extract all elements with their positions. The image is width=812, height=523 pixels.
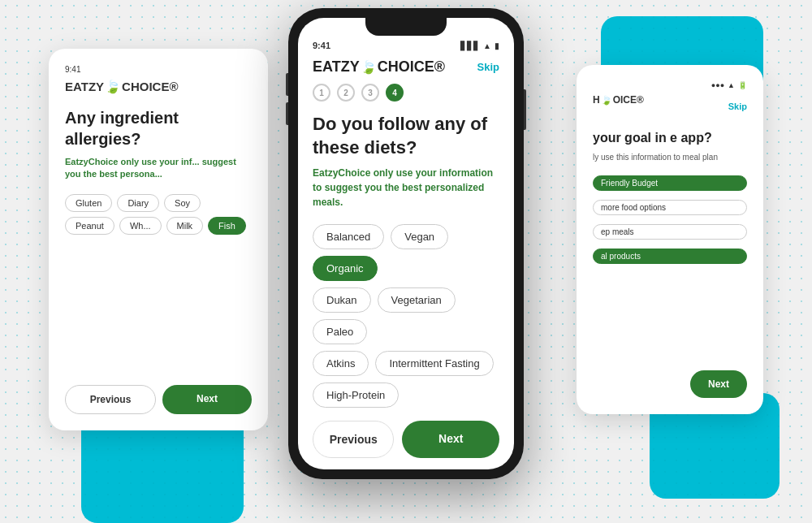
chip-soy[interactable]: Soy — [164, 194, 201, 212]
screen-content: 9:41 ▋▋▋ ▲ ▮ EATZY🍃CHOICE® Skip — [298, 18, 514, 469]
vol-down-button — [286, 102, 288, 125]
options-row-4: High-Protein — [313, 383, 499, 408]
chip-wh[interactable]: Wh... — [119, 217, 162, 235]
chip-gluten[interactable]: Gluten — [65, 194, 112, 212]
phone-shell: 9:41 ▋▋▋ ▲ ▮ EATZY🍃CHOICE® Skip — [288, 8, 524, 479]
options-row-3: Atkins Intermittent Fasting — [313, 351, 499, 376]
status-icons: ▋▋▋ ▲ ▮ — [460, 41, 499, 50]
option-dukan[interactable]: Dukan — [313, 287, 371, 313]
right-btn-row: Next — [690, 370, 747, 398]
power-button — [524, 89, 526, 130]
right-question: your goal in e app? — [593, 130, 747, 147]
option-organic[interactable]: Organic — [313, 256, 378, 281]
step-3[interactable]: 3 — [361, 84, 379, 102]
wifi-icon: ▲ — [483, 41, 491, 50]
left-subtitle: EatzyChoice only use your inf... suggest… — [65, 156, 252, 181]
right-chip-al[interactable]: al products — [593, 249, 747, 264]
app-logo: EATZY🍃CHOICE® — [313, 58, 445, 76]
right-chip-friendly[interactable]: Friendly Budget — [593, 175, 747, 191]
right-chip-ep[interactable]: ep meals — [593, 224, 747, 240]
leaf-icon-left: 🍃 — [105, 79, 121, 94]
option-vegan[interactable]: Vegan — [391, 224, 448, 249]
option-paleo[interactable]: Paleo — [313, 319, 367, 344]
right-skip[interactable]: Skip — [728, 102, 747, 111]
right-chip-list: Friendly Budget more food options ep mea… — [593, 173, 747, 266]
chip-milk[interactable]: Milk — [166, 217, 204, 235]
skip-button[interactable]: Skip — [477, 61, 499, 73]
previous-button[interactable]: Previous — [313, 421, 394, 458]
options-grid: Balanced Vegan Organic Dukan Vegetarian … — [313, 224, 499, 408]
option-high-protein[interactable]: High-Protein — [313, 383, 399, 408]
question-title: Do you follow any of these diets? — [313, 113, 499, 159]
app-header: EATZY🍃CHOICE® Skip — [313, 58, 499, 76]
option-intermittent[interactable]: Intermittent Fasting — [375, 351, 493, 376]
left-chip-grid: Gluten Diary Soy Peanut Wh... Milk Fish — [65, 194, 252, 235]
right-subtitle: ly use this information to meal plan — [593, 152, 747, 163]
chip-peanut[interactable]: Peanut — [65, 217, 114, 235]
chip-fish[interactable]: Fish — [208, 217, 246, 235]
options-row-2: Dukan Vegetarian Paleo — [313, 287, 499, 344]
question-subtitle: EatzyChoice only use your information to… — [313, 166, 499, 210]
main-leaf-icon: 🍃 — [361, 59, 377, 75]
chip-diary[interactable]: Diary — [117, 194, 159, 212]
right-logo: H🍃OICE® — [593, 94, 644, 106]
status-bar: 9:41 ▋▋▋ ▲ ▮ — [313, 41, 499, 50]
left-logo: EATZY 🍃 CHOICE® — [65, 79, 252, 94]
options-row-1: Balanced Vegan Organic — [313, 224, 499, 281]
next-button[interactable]: Next — [402, 421, 499, 458]
step-2[interactable]: 2 — [337, 84, 355, 102]
notch — [365, 18, 447, 36]
step-4[interactable]: 4 — [386, 84, 404, 102]
right-chip-more[interactable]: more food options — [593, 200, 747, 215]
battery-icon: ▮ — [495, 41, 499, 50]
leaf-icon-right: 🍃 — [601, 95, 612, 106]
option-balanced[interactable]: Balanced — [313, 224, 384, 249]
action-row: Previous Next — [313, 421, 499, 458]
option-atkins[interactable]: Atkins — [313, 351, 369, 376]
option-vegetarian[interactable]: Vegetarian — [378, 287, 456, 313]
left-btn-row: Previous Next — [65, 385, 252, 414]
signal-icon: ▋▋▋ — [460, 41, 480, 50]
left-card: 9:41 EATZY 🍃 CHOICE® Any ingredient alle… — [49, 49, 268, 430]
left-prev-button[interactable]: Previous — [65, 385, 156, 414]
phone-screen: 9:41 ▋▋▋ ▲ ▮ EATZY🍃CHOICE® Skip — [298, 18, 514, 469]
left-status-bar: 9:41 — [65, 65, 252, 74]
right-next-button[interactable]: Next — [690, 370, 747, 398]
time-display: 9:41 — [313, 41, 330, 50]
vol-up-button — [286, 73, 288, 96]
step-1[interactable]: 1 — [313, 84, 330, 102]
left-question: Any ingredient allergies? — [65, 107, 252, 149]
step-indicators: 1 2 3 4 — [313, 84, 499, 102]
right-status-bar: ●●● ▲ 🔋 — [593, 81, 747, 89]
brand-name: EatzyChoice — [313, 167, 370, 179]
right-logo-area: H🍃OICE® Skip — [593, 94, 747, 119]
left-next-button[interactable]: Next — [162, 385, 252, 414]
main-phone: 9:41 ▋▋▋ ▲ ▮ EATZY🍃CHOICE® Skip — [288, 8, 524, 479]
right-card: ●●● ▲ 🔋 H🍃OICE® Skip your goal in e app?… — [577, 65, 763, 414]
